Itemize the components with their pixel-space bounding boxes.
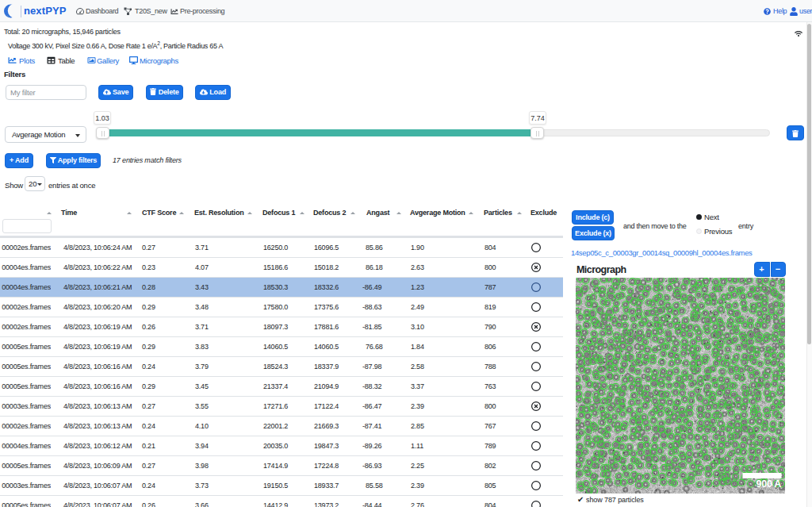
svg-text:900 A: 900 A [756,478,781,490]
